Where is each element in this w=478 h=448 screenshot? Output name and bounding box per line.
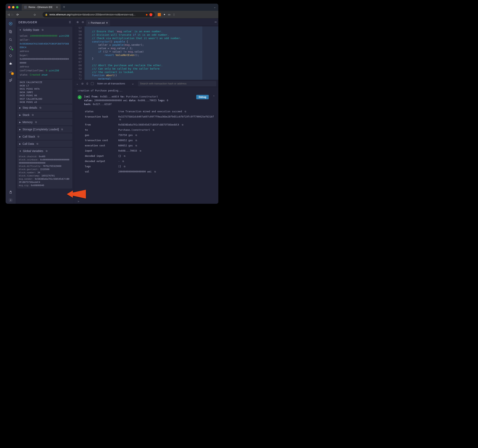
file-tab-purchase[interactable]: S Purchase.sol ✕ (86, 20, 110, 26)
copy-icon: ⧉ (61, 128, 63, 131)
browser-window: Remix - Ethereum IDE ✕ + ⌄ ◁ ▷ ⟳ ◇ 🔒 rem… (6, 4, 218, 204)
terminal-log[interactable]: creation of Purchase pending... ✓ [vm] f… (74, 87, 218, 199)
call-data-card[interactable]: ▶Call Data⧉ (17, 141, 72, 147)
search-icon[interactable] (7, 36, 14, 43)
side-panel: DEBUGGER ☰ ▼ Solidity State ⧉ value: 100… (16, 19, 74, 204)
terminal-header: ⌄ ⊘ 0 listen on all transactions ⌕ (74, 80, 218, 87)
browser-menu-icon[interactable]: ⋮ (173, 14, 175, 15)
back-button[interactable]: ◁ (8, 13, 10, 16)
svg-line-10 (9, 64, 10, 65)
extension-icons: ✦ ▭ ⋮ (158, 13, 175, 16)
reload-button[interactable]: ⟳ (16, 13, 19, 16)
side-panel-header: DEBUGGER ☰ (16, 19, 74, 26)
side-panel-scroll[interactable]: ▼ Solidity State ⧉ value: 10000000000000… (16, 26, 74, 204)
close-file-icon[interactable]: ✕ (106, 21, 108, 24)
terminal-prompt[interactable]: > (74, 199, 218, 204)
close-tab-icon[interactable]: ✕ (56, 6, 58, 9)
remix-app: 7 DEBUGGER ☰ ▼ Solidity State ⧉ (6, 19, 218, 204)
terminal-clear-icon[interactable]: ⊘ (81, 82, 84, 85)
zoom-in-icon[interactable]: ⊕ (76, 20, 80, 24)
pending-message: creation of Purchase pending... (78, 89, 215, 92)
transaction-summary: [vm] from: 0x5B3...eddC4 to: Purchase.(c… (84, 95, 194, 106)
close-window-button[interactable] (8, 6, 10, 8)
main-area: ⊕ ⊖ S Purchase.sol ✕ ⇔ 57585960616263646… (74, 19, 218, 204)
step-details-card[interactable]: ▶Step details⧉ (17, 105, 72, 111)
omnibox[interactable]: 🔒 remix.ethereum.org/#optimize=false&run… (43, 12, 155, 18)
editor-tabs: ⊕ ⊖ S Purchase.sol ✕ ⇔ (74, 19, 218, 26)
svg-line-8 (9, 63, 10, 63)
brave-icon[interactable] (149, 13, 152, 16)
memory-card[interactable]: ▶Memory⧉ (17, 119, 72, 125)
svg-point-6 (10, 63, 12, 65)
maximize-window-button[interactable] (16, 6, 19, 8)
copy-icon[interactable]: ⧉ (42, 28, 44, 31)
deploy-run-icon[interactable] (7, 52, 14, 59)
remix-favicon-icon (24, 6, 27, 9)
remix-logo-icon[interactable] (7, 20, 14, 27)
expand-icon[interactable]: ⇔ (214, 20, 217, 24)
iconbar: 7 (6, 19, 16, 204)
solidity-state-body: value: 1000000000000000000 uint256 selle… (17, 33, 72, 79)
transaction-details: statustrue Transaction mined and executi… (84, 109, 215, 174)
solidity-compiler-icon[interactable] (7, 44, 14, 51)
svg-line-11 (12, 64, 12, 65)
copy-icon: ⧉ (32, 113, 34, 116)
svg-line-5 (11, 40, 12, 41)
opcodes-list[interactable]: 0429 CALLDATASIZE0430 LT0431 PUSH2 007b0… (17, 80, 72, 104)
svg-line-9 (12, 63, 12, 63)
bookmark-icon[interactable]: ◇ (34, 13, 36, 16)
zoom-out-icon[interactable]: ⊖ (81, 20, 85, 24)
terminal-collapse-icon[interactable]: ⌄ (76, 82, 78, 85)
wallet-icon[interactable]: ▭ (168, 13, 170, 16)
global-variables-body: block.chainid: 0xd05block.coinbase: 0x00… (17, 154, 72, 188)
debugger-icon[interactable] (7, 60, 14, 67)
call-stack-card[interactable]: ▶Call Stack⧉ (17, 133, 72, 140)
code-editor[interactable]: 57585960616263646566676869707172 // Ensu… (74, 26, 218, 80)
terminal-search-input[interactable] (140, 82, 214, 85)
nav-arrows: ◁ ▷ (8, 13, 14, 16)
minimize-window-button[interactable] (12, 6, 14, 8)
settings-icon[interactable] (7, 197, 14, 204)
solidity-state-card: ▼ Solidity State ⧉ value: 10000000000000… (17, 27, 72, 79)
window-menu-icon[interactable]: ⌄ (214, 6, 216, 9)
stack-card[interactable]: ▶Stack⧉ (17, 112, 72, 118)
seller-address[interactable]: 0x5B38DA6A701C568545DCFCB03FCB875F56BEDD… (20, 42, 70, 50)
collapse-tx-icon[interactable]: ⌃ (213, 95, 215, 98)
browser-tab[interactable]: Remix - Ethereum IDE ✕ (22, 4, 61, 10)
copy-icon: ⧉ (38, 135, 39, 138)
metamask-icon[interactable] (158, 13, 161, 16)
unit-test-icon[interactable] (7, 76, 14, 83)
plugin-icon[interactable] (7, 188, 14, 196)
url-text: remix.ethereum.org/#optimize=false&runs=… (49, 13, 144, 16)
listen-checkbox[interactable] (91, 82, 94, 85)
side-panel-title: DEBUGGER (19, 20, 37, 24)
transaction-row[interactable]: ✓ [vm] from: 0x5B3...eddC4 to: Purchase.… (78, 95, 215, 106)
solidity-file-icon: S (88, 22, 89, 24)
svg-point-1 (10, 23, 11, 24)
lock-icon: 🔒 (45, 13, 48, 16)
pending-count: 0 (87, 82, 88, 85)
svg-rect-12 (10, 192, 12, 193)
listen-label: listen on all transactions (97, 82, 125, 85)
solidity-state-header[interactable]: ▼ Solidity State ⧉ (17, 27, 72, 33)
copy-icon: ⧉ (39, 106, 41, 109)
tab-title: Remix - Ethereum IDE (29, 6, 53, 9)
titlebar: Remix - Ethereum IDE ✕ + ⌄ (6, 4, 218, 11)
terminal-search[interactable] (138, 81, 216, 86)
copy-icon: ⧉ (46, 149, 48, 152)
search-icon[interactable]: ⌕ (132, 82, 134, 85)
forward-button[interactable]: ▷ (12, 13, 14, 16)
file-explorer-icon[interactable] (7, 28, 14, 35)
new-tab-button[interactable]: + (63, 5, 65, 9)
extensions-icon[interactable]: ✦ (163, 13, 166, 16)
global-variables-header[interactable]: ▼Global Variables⧉ (17, 148, 72, 154)
copy-icon: ⧉ (37, 142, 38, 145)
panel-docs-icon[interactable]: ☰ (69, 21, 71, 24)
svg-point-4 (9, 38, 11, 40)
brave-shield-icon[interactable]: ◆ (146, 13, 148, 16)
storage-card[interactable]: ▶Storage [Completely Loaded]⧉ (17, 126, 72, 133)
debug-button[interactable]: Debug (196, 95, 208, 99)
analytics-icon[interactable]: 7 (7, 68, 14, 75)
minimap[interactable] (202, 26, 218, 80)
svg-rect-14 (11, 191, 11, 192)
